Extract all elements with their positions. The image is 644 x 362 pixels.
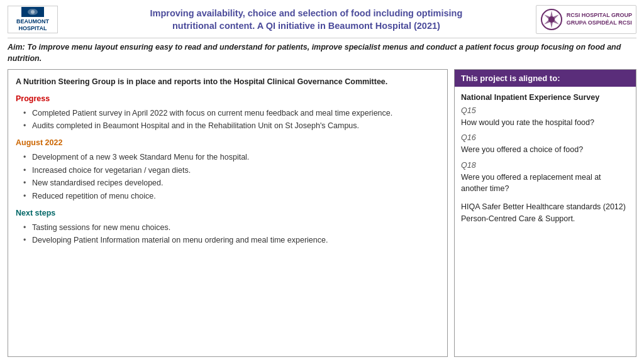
next-steps-list: Tasting sessions for new menu choices. D…	[16, 222, 440, 247]
q16-text: Were you offered a choice of food?	[461, 144, 630, 156]
title-line1: Improving availability, choice and selec…	[83, 7, 530, 19]
q15-label: Q15	[461, 105, 630, 117]
list-item: Developing Patient Information material …	[23, 234, 440, 246]
august-list: Development of a new 3 week Standard Men…	[16, 151, 440, 202]
q15-text: How would you rate the hospital food?	[461, 117, 630, 129]
right-panel: This project is aligned to: National Inp…	[454, 69, 636, 357]
right-panel-header: This project is aligned to:	[455, 70, 636, 87]
list-item: Audits completed in Beaumont Hospital an…	[23, 120, 440, 132]
progress-title: Progress	[16, 93, 440, 105]
main-content: A Nutrition Steering Group is in place a…	[8, 69, 636, 357]
title-line2: nutritional content. A QI initiative in …	[83, 19, 530, 32]
aim-section: Aim: To improve menu layout ensuring eas…	[8, 42, 636, 64]
rcsi-group-sub: GRUPA OSPIDÉAL RCSI	[567, 19, 632, 27]
aim-text: Aim: To improve menu layout ensuring eas…	[8, 43, 621, 63]
svg-point-2	[31, 10, 35, 14]
list-item: Completed Patient survey in April 2022 w…	[23, 107, 440, 119]
rcsi-logo: RCSI HOSPITAL GROUP GRUPA OSPIDÉAL RCSI	[536, 5, 636, 34]
list-item: Development of a new 3 week Standard Men…	[23, 151, 440, 163]
list-item: New standardised recipes developed.	[23, 177, 440, 189]
right-panel-body: National Inpatient Experience Survey Q15…	[455, 87, 636, 230]
header: BEAUMONT HOSPITAL Improving availability…	[8, 5, 636, 38]
left-panel: A Nutrition Steering Group is in place a…	[8, 69, 448, 357]
survey-title: National Inpatient Experience Survey	[461, 92, 630, 104]
rcsi-group-name: RCSI HOSPITAL GROUP	[567, 12, 632, 19]
list-item: Increased choice for vegetarian / vegan …	[23, 165, 440, 177]
logo-right: RCSI HOSPITAL GROUP GRUPA OSPIDÉAL RCSI	[536, 5, 636, 34]
beaumont-logo: BEAUMONT HOSPITAL	[8, 6, 58, 33]
progress-list: Completed Patient survey in April 2022 w…	[16, 107, 440, 133]
page: BEAUMONT HOSPITAL Improving availability…	[0, 0, 644, 362]
logo-left-line2: HOSPITAL	[19, 25, 47, 32]
intro-text: A Nutrition Steering Group is in place a…	[16, 76, 440, 88]
next-steps-title: Next steps	[16, 207, 440, 219]
header-title: Improving availability, choice and selec…	[77, 7, 536, 33]
svg-point-5	[548, 16, 555, 23]
hiqa-text: HIQA Safer Better Healthcare standards (…	[461, 201, 630, 225]
logo-left: BEAUMONT HOSPITAL	[8, 6, 77, 33]
rcsi-logo-icon	[540, 8, 563, 31]
logo-left-line1: BEAUMONT	[16, 18, 49, 25]
q16-label: Q16	[461, 132, 630, 144]
list-item: Tasting sessions for new menu choices.	[23, 222, 440, 234]
august-title: August 2022	[16, 137, 440, 149]
q18-text: Were you offered a replacement meal at a…	[461, 172, 630, 195]
q18-label: Q18	[461, 160, 630, 172]
list-item: Reduced repetition of menu choice.	[23, 190, 440, 202]
